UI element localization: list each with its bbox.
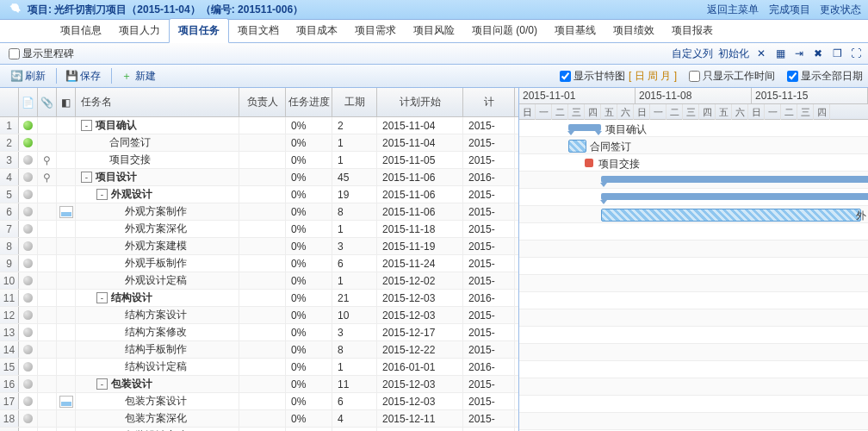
duration-cell: 6: [332, 255, 377, 272]
toggle-icon[interactable]: -: [96, 292, 108, 303]
col-attach-icon[interactable]: 📎: [38, 88, 57, 116]
tab-1[interactable]: 项目人力: [110, 19, 169, 42]
table-row[interactable]: 4⚲-项目设计0%452015-11-062016-: [0, 169, 518, 186]
gantt-row: [519, 240, 868, 258]
gantt-bar[interactable]: [585, 159, 593, 167]
table-row[interactable]: 15结构设计定稿0%12016-01-012016-: [0, 359, 518, 376]
tab-5[interactable]: 项目需求: [346, 19, 405, 42]
progress-cell: 0%: [286, 307, 332, 323]
fullscreen-icon[interactable]: ⛶: [849, 47, 863, 60]
name-cell[interactable]: -包装设计: [76, 376, 239, 392]
tab-2[interactable]: 项目任务: [169, 18, 229, 43]
gantt-bar[interactable]: [568, 124, 601, 131]
milestone-checkbox[interactable]: 显示里程碑: [5, 46, 74, 62]
attach-cell: [38, 221, 57, 237]
custom-cols-link[interactable]: 自定义列: [672, 47, 713, 61]
toggle-icon[interactable]: -: [81, 172, 92, 183]
link-back[interactable]: 返回主菜单: [707, 3, 759, 16]
name-cell[interactable]: -外观设计: [76, 186, 239, 203]
tab-7[interactable]: 项目问题 (0/0): [463, 19, 546, 42]
name-cell[interactable]: 结构方案设计: [76, 307, 239, 323]
gantt-bar[interactable]: [601, 176, 868, 183]
link-status[interactable]: 更改状态: [820, 3, 861, 16]
init-link[interactable]: 初始化: [718, 47, 749, 61]
table-row[interactable]: 2合同签订0%12015-11-042015-: [0, 134, 518, 152]
link-finish[interactable]: 完成项目: [769, 3, 810, 16]
table-row[interactable]: 12结构方案设计0%102015-12-032015-: [0, 307, 518, 324]
name-cell[interactable]: 结构手板制作: [76, 341, 239, 358]
copy-icon[interactable]: ❐: [830, 47, 844, 60]
table-row[interactable]: 9外观手板制作0%62015-11-242015-: [0, 255, 518, 272]
progress-cell: 0%: [286, 134, 332, 151]
name-cell[interactable]: 外观设计定稿: [76, 272, 239, 289]
new-button[interactable]: ＋新建: [115, 67, 161, 85]
gantt-bar[interactable]: [601, 193, 868, 200]
export-icon[interactable]: ⇥: [792, 47, 806, 60]
name-cell[interactable]: 合同签订: [76, 134, 239, 151]
tab-3[interactable]: 项目文档: [229, 19, 288, 42]
name-cell[interactable]: -项目确认: [76, 117, 239, 134]
zoom-picker[interactable]: [ 日 周 月 ]: [629, 69, 677, 84]
calendar-icon[interactable]: ▦: [773, 47, 787, 60]
table-row[interactable]: 5-外观设计0%192015-11-062015-: [0, 186, 518, 203]
tab-9[interactable]: 项目绩效: [604, 19, 663, 42]
col-progress[interactable]: 任务进度: [286, 88, 332, 116]
table-row[interactable]: 7外观方案深化0%12015-11-182015-: [0, 221, 518, 238]
start-cell: 2015-11-18: [377, 221, 463, 237]
duration-cell: 1: [332, 272, 377, 289]
table-row[interactable]: 14结构手板制作0%82015-12-222015-: [0, 341, 518, 359]
show-gantt-checkbox[interactable]: 显示甘特图: [556, 68, 625, 84]
table-row[interactable]: 6外观方案制作0%82015-11-062015-: [0, 203, 518, 221]
name-cell[interactable]: 包装方案设计: [76, 393, 239, 409]
table-row[interactable]: 11-结构设计0%212015-12-032016-: [0, 290, 518, 307]
table-row[interactable]: 3⚲项目交接0%12015-11-052015-: [0, 152, 518, 169]
refresh-button[interactable]: 🔄刷新: [5, 67, 51, 85]
toggle-icon[interactable]: -: [96, 189, 108, 200]
alldate-checkbox[interactable]: 显示全部日期: [784, 68, 863, 84]
name-cell[interactable]: 外观方案制作: [76, 203, 239, 220]
tab-4[interactable]: 项目成本: [288, 19, 346, 42]
col-name[interactable]: 任务名: [76, 88, 239, 116]
toggle-icon[interactable]: -: [96, 378, 108, 390]
table-row[interactable]: 19包装设计定稿0%12015-12-172015-: [0, 428, 518, 431]
tab-6[interactable]: 项目风险: [405, 19, 463, 42]
table-row[interactable]: 13结构方案修改0%32015-12-172015-: [0, 324, 518, 341]
status-cell: [19, 238, 38, 254]
table-row[interactable]: 16-包装设计0%112015-12-032015-: [0, 376, 518, 393]
name-cell[interactable]: 外观手板制作: [76, 255, 239, 272]
col-type-icon[interactable]: ◧: [57, 88, 76, 116]
tab-10[interactable]: 项目报表: [663, 19, 722, 42]
shuffle-icon[interactable]: ✕: [754, 47, 768, 60]
table-row[interactable]: 18包装方案深化0%42015-12-112015-: [0, 410, 518, 428]
col-duration[interactable]: 工期: [332, 88, 377, 116]
gantt-row: [519, 172, 868, 189]
col-owner[interactable]: 负责人: [239, 88, 286, 116]
toggle-icon[interactable]: -: [81, 120, 92, 131]
tab-0[interactable]: 项目信息: [52, 19, 110, 42]
name-cell[interactable]: 项目交接: [76, 152, 239, 168]
table-row[interactable]: 1-项目确认0%22015-11-042015-: [0, 117, 518, 134]
workonly-checkbox[interactable]: 只显示工作时间: [685, 68, 775, 84]
name-cell[interactable]: 结构方案修改: [76, 324, 239, 340]
name-cell[interactable]: 外观方案深化: [76, 221, 239, 237]
name-cell[interactable]: 结构设计定稿: [76, 359, 239, 375]
name-cell[interactable]: 包装设计定稿: [76, 428, 239, 431]
gantt-row: [519, 344, 868, 361]
name-cell[interactable]: 外观方案建模: [76, 238, 239, 254]
table-row[interactable]: 10外观设计定稿0%12015-12-022015-: [0, 272, 518, 290]
name-cell[interactable]: 包装方案深化: [76, 410, 239, 427]
col-end[interactable]: 计: [463, 88, 515, 116]
type-cell: [57, 169, 76, 185]
save-button[interactable]: 💾保存: [60, 67, 106, 85]
name-cell[interactable]: -结构设计: [76, 290, 239, 306]
type-cell: [57, 376, 76, 392]
gantt-bar[interactable]: [601, 209, 861, 222]
col-start[interactable]: 计划开始: [377, 88, 463, 116]
col-status-icon[interactable]: 📄: [19, 88, 38, 116]
name-cell[interactable]: -项目设计: [76, 169, 239, 185]
table-row[interactable]: 8外观方案建模0%32015-11-192015-: [0, 238, 518, 255]
delete-icon[interactable]: ✖: [811, 47, 825, 60]
tab-8[interactable]: 项目基线: [546, 19, 604, 42]
table-row[interactable]: 17包装方案设计0%62015-12-032015-: [0, 393, 518, 410]
gantt-bar[interactable]: [568, 140, 586, 153]
